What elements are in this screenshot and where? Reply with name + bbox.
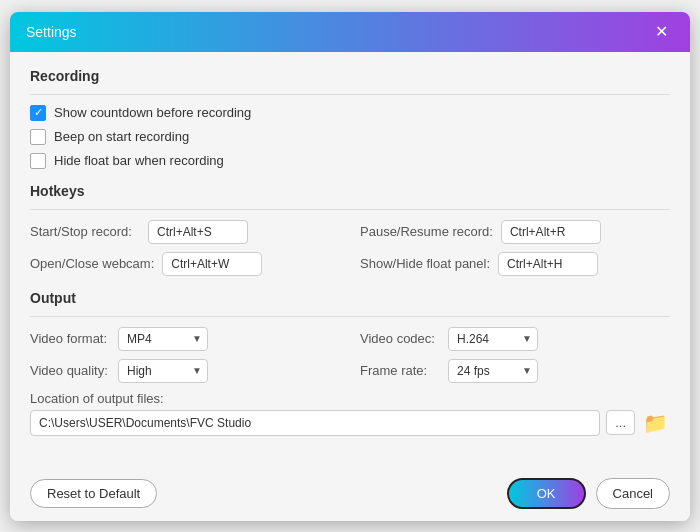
hotkey-label-start-stop: Start/Stop record:: [30, 224, 140, 239]
hotkeys-section-title: Hotkeys: [30, 183, 670, 199]
checkbox-beep[interactable]: [30, 129, 46, 145]
output-section-title: Output: [30, 290, 670, 306]
hotkeys-grid: Start/Stop record: Pause/Resume record: …: [30, 220, 670, 276]
dialog-footer: Reset to Default OK Cancel: [10, 466, 690, 521]
reset-to-default-button[interactable]: Reset to Default: [30, 479, 157, 508]
hotkey-row-float-panel: Show/Hide float panel:: [360, 252, 670, 276]
video-format-label: Video format:: [30, 331, 110, 346]
output-grid: Video format: MP4 AVI MOV ▼ Video codec:: [30, 327, 670, 383]
output-row-video-format: Video format: MP4 AVI MOV ▼: [30, 327, 340, 351]
video-quality-label: Video quality:: [30, 363, 110, 378]
cancel-button[interactable]: Cancel: [596, 478, 670, 509]
hotkey-label-pause-resume: Pause/Resume record:: [360, 224, 493, 239]
output-divider: [30, 316, 670, 317]
video-quality-select-wrapper: High Medium Low ▼: [118, 359, 208, 383]
checkbox-hide-float[interactable]: [30, 153, 46, 169]
ok-button[interactable]: OK: [507, 478, 586, 509]
hotkey-row-pause-resume: Pause/Resume record:: [360, 220, 670, 244]
video-codec-select-wrapper: H.264 H.265 ▼: [448, 327, 538, 351]
dialog-title: Settings: [26, 24, 77, 40]
hotkey-label-float-panel: Show/Hide float panel:: [360, 256, 490, 271]
output-row-video-codec: Video codec: H.264 H.265 ▼: [360, 327, 670, 351]
location-row: Location of output files: ... 📁: [30, 391, 670, 436]
video-format-select[interactable]: MP4 AVI MOV: [118, 327, 208, 351]
browse-dots-button[interactable]: ...: [606, 410, 635, 435]
hotkey-input-pause-resume[interactable]: [501, 220, 601, 244]
video-quality-select[interactable]: High Medium Low: [118, 359, 208, 383]
location-input-row: ... 📁: [30, 410, 670, 436]
frame-rate-select[interactable]: 24 fps 30 fps 60 fps: [448, 359, 538, 383]
output-row-frame-rate: Frame rate: 24 fps 30 fps 60 fps ▼: [360, 359, 670, 383]
recording-divider: [30, 94, 670, 95]
frame-rate-select-wrapper: 24 fps 30 fps 60 fps ▼: [448, 359, 538, 383]
output-row-video-quality: Video quality: High Medium Low ▼: [30, 359, 340, 383]
checkbox-checkmark: ✓: [34, 107, 43, 118]
checkbox-row-beep[interactable]: Beep on start recording: [30, 129, 670, 145]
checkbox-label-hide-float: Hide float bar when recording: [54, 153, 224, 168]
hotkey-row-webcam: Open/Close webcam:: [30, 252, 340, 276]
checkbox-label-show-countdown: Show countdown before recording: [54, 105, 251, 120]
video-codec-label: Video codec:: [360, 331, 440, 346]
video-format-select-wrapper: MP4 AVI MOV ▼: [118, 327, 208, 351]
checkbox-label-beep: Beep on start recording: [54, 129, 189, 144]
hotkeys-section: Hotkeys Start/Stop record: Pause/Resume …: [30, 183, 670, 276]
hotkeys-divider: [30, 209, 670, 210]
video-codec-select[interactable]: H.264 H.265: [448, 327, 538, 351]
open-folder-button[interactable]: 📁: [641, 411, 670, 435]
frame-rate-label: Frame rate:: [360, 363, 440, 378]
checkbox-row-show-countdown[interactable]: ✓ Show countdown before recording: [30, 105, 670, 121]
hotkey-label-webcam: Open/Close webcam:: [30, 256, 154, 271]
recording-section-title: Recording: [30, 68, 670, 84]
location-input[interactable]: [30, 410, 600, 436]
title-bar: Settings ✕: [10, 12, 690, 52]
close-button[interactable]: ✕: [649, 22, 674, 42]
hotkey-input-float-panel[interactable]: [498, 252, 598, 276]
settings-dialog: Settings ✕ Recording ✓ Show countdown be…: [10, 12, 690, 521]
location-label: Location of output files:: [30, 391, 670, 406]
hotkey-row-start-stop: Start/Stop record:: [30, 220, 340, 244]
footer-right-buttons: OK Cancel: [507, 478, 670, 509]
recording-section: Recording ✓ Show countdown before record…: [30, 68, 670, 169]
output-section: Output Video format: MP4 AVI MOV ▼ Vi: [30, 290, 670, 436]
checkbox-show-countdown[interactable]: ✓: [30, 105, 46, 121]
hotkey-input-webcam[interactable]: [162, 252, 262, 276]
dialog-content: Recording ✓ Show countdown before record…: [10, 52, 690, 466]
checkbox-row-hide-float[interactable]: Hide float bar when recording: [30, 153, 670, 169]
hotkey-input-start-stop[interactable]: [148, 220, 248, 244]
